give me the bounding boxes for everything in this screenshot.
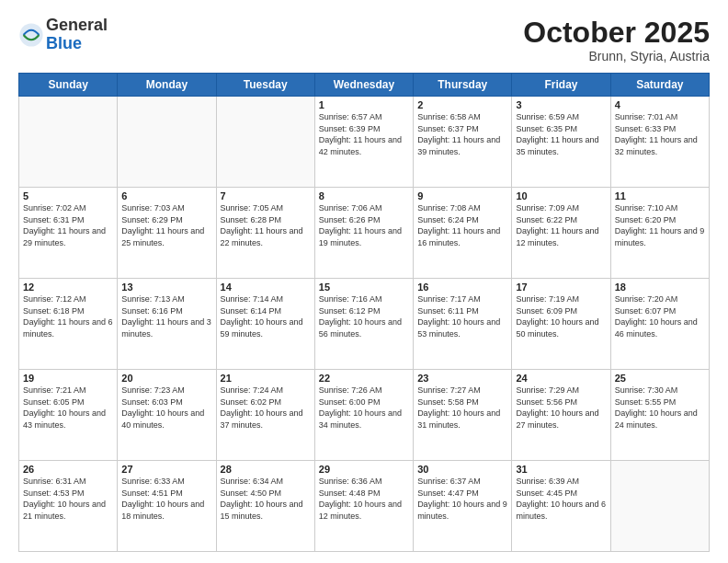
logo: General Blue bbox=[18, 17, 108, 53]
day-number: 22 bbox=[319, 373, 409, 384]
day-number: 16 bbox=[417, 282, 507, 293]
day-number: 31 bbox=[516, 464, 606, 475]
day-number: 7 bbox=[221, 190, 311, 201]
day-info: Sunrise: 7:06 AM Sunset: 6:26 PM Dayligh… bbox=[319, 202, 409, 248]
col-saturday: Saturday bbox=[610, 74, 709, 97]
calendar-week-1: 5Sunrise: 7:02 AM Sunset: 6:31 PM Daylig… bbox=[19, 188, 710, 279]
calendar-cell: 29Sunrise: 6:36 AM Sunset: 4:48 PM Dayli… bbox=[314, 461, 413, 552]
calendar-header-row: Sunday Monday Tuesday Wednesday Thursday… bbox=[19, 74, 710, 97]
logo-general: General bbox=[46, 16, 108, 34]
calendar-cell: 17Sunrise: 7:19 AM Sunset: 6:09 PM Dayli… bbox=[512, 279, 610, 370]
calendar-cell: 23Sunrise: 7:27 AM Sunset: 5:58 PM Dayli… bbox=[414, 370, 512, 461]
day-number: 9 bbox=[417, 190, 507, 201]
calendar-cell bbox=[610, 461, 709, 552]
day-number: 8 bbox=[319, 190, 409, 201]
day-info: Sunrise: 6:31 AM Sunset: 4:53 PM Dayligh… bbox=[23, 476, 113, 522]
logo-text: General Blue bbox=[46, 17, 108, 53]
day-number: 12 bbox=[23, 282, 113, 293]
calendar-cell: 1Sunrise: 6:57 AM Sunset: 6:39 PM Daylig… bbox=[314, 97, 413, 188]
col-monday: Monday bbox=[118, 74, 216, 97]
header: General Blue October 2025 Brunn, Styria,… bbox=[18, 17, 710, 63]
day-info: Sunrise: 7:03 AM Sunset: 6:29 PM Dayligh… bbox=[121, 202, 211, 248]
calendar-cell: 4Sunrise: 7:01 AM Sunset: 6:33 PM Daylig… bbox=[610, 97, 709, 188]
svg-point-0 bbox=[19, 23, 42, 46]
day-info: Sunrise: 6:58 AM Sunset: 6:37 PM Dayligh… bbox=[417, 111, 507, 157]
calendar-cell: 21Sunrise: 7:24 AM Sunset: 6:02 PM Dayli… bbox=[216, 370, 314, 461]
day-info: Sunrise: 6:33 AM Sunset: 4:51 PM Dayligh… bbox=[121, 476, 211, 522]
day-info: Sunrise: 6:36 AM Sunset: 4:48 PM Dayligh… bbox=[319, 476, 409, 522]
col-thursday: Thursday bbox=[414, 74, 512, 97]
calendar-cell: 31Sunrise: 6:39 AM Sunset: 4:45 PM Dayli… bbox=[512, 461, 610, 552]
calendar-cell: 27Sunrise: 6:33 AM Sunset: 4:51 PM Dayli… bbox=[118, 461, 216, 552]
calendar-cell: 28Sunrise: 6:34 AM Sunset: 4:50 PM Dayli… bbox=[216, 461, 314, 552]
calendar-week-2: 12Sunrise: 7:12 AM Sunset: 6:18 PM Dayli… bbox=[19, 279, 710, 370]
calendar-cell: 2Sunrise: 6:58 AM Sunset: 6:37 PM Daylig… bbox=[414, 97, 512, 188]
day-number: 3 bbox=[516, 99, 606, 110]
logo-icon bbox=[18, 22, 44, 48]
day-number: 1 bbox=[319, 99, 409, 110]
day-info: Sunrise: 7:02 AM Sunset: 6:31 PM Dayligh… bbox=[23, 202, 113, 248]
calendar-cell: 25Sunrise: 7:30 AM Sunset: 5:55 PM Dayli… bbox=[610, 370, 709, 461]
day-number: 19 bbox=[23, 373, 113, 384]
day-info: Sunrise: 7:24 AM Sunset: 6:02 PM Dayligh… bbox=[221, 385, 311, 431]
day-info: Sunrise: 7:12 AM Sunset: 6:18 PM Dayligh… bbox=[23, 293, 113, 339]
calendar-week-4: 26Sunrise: 6:31 AM Sunset: 4:53 PM Dayli… bbox=[19, 461, 710, 552]
day-info: Sunrise: 7:17 AM Sunset: 6:11 PM Dayligh… bbox=[417, 293, 507, 339]
calendar-cell bbox=[118, 97, 216, 188]
day-number: 28 bbox=[221, 464, 311, 475]
calendar-cell: 22Sunrise: 7:26 AM Sunset: 6:00 PM Dayli… bbox=[314, 370, 413, 461]
calendar-cell: 24Sunrise: 7:29 AM Sunset: 5:56 PM Dayli… bbox=[512, 370, 610, 461]
day-info: Sunrise: 7:14 AM Sunset: 6:14 PM Dayligh… bbox=[221, 293, 311, 339]
day-number: 4 bbox=[615, 99, 705, 110]
day-number: 2 bbox=[417, 99, 507, 110]
col-wednesday: Wednesday bbox=[314, 74, 413, 97]
calendar-cell: 15Sunrise: 7:16 AM Sunset: 6:12 PM Dayli… bbox=[314, 279, 413, 370]
day-number: 25 bbox=[615, 373, 705, 384]
day-number: 29 bbox=[319, 464, 409, 475]
day-info: Sunrise: 7:21 AM Sunset: 6:05 PM Dayligh… bbox=[23, 385, 113, 431]
day-number: 10 bbox=[516, 190, 606, 201]
day-number: 30 bbox=[417, 464, 507, 475]
day-info: Sunrise: 6:57 AM Sunset: 6:39 PM Dayligh… bbox=[319, 111, 409, 157]
logo-blue: Blue bbox=[46, 34, 82, 52]
day-info: Sunrise: 6:59 AM Sunset: 6:35 PM Dayligh… bbox=[516, 111, 606, 157]
day-number: 13 bbox=[121, 282, 211, 293]
day-number: 15 bbox=[319, 282, 409, 293]
day-number: 24 bbox=[516, 373, 606, 384]
day-number: 5 bbox=[23, 190, 113, 201]
day-info: Sunrise: 7:19 AM Sunset: 6:09 PM Dayligh… bbox=[516, 293, 606, 339]
location: Brunn, Styria, Austria bbox=[523, 49, 710, 63]
calendar-cell: 11Sunrise: 7:10 AM Sunset: 6:20 PM Dayli… bbox=[610, 188, 709, 279]
day-info: Sunrise: 6:34 AM Sunset: 4:50 PM Dayligh… bbox=[221, 476, 311, 522]
calendar-week-3: 19Sunrise: 7:21 AM Sunset: 6:05 PM Dayli… bbox=[19, 370, 710, 461]
day-info: Sunrise: 7:26 AM Sunset: 6:00 PM Dayligh… bbox=[319, 385, 409, 431]
calendar-cell bbox=[216, 97, 314, 188]
day-number: 26 bbox=[23, 464, 113, 475]
day-number: 17 bbox=[516, 282, 606, 293]
day-info: Sunrise: 7:20 AM Sunset: 6:07 PM Dayligh… bbox=[615, 293, 705, 339]
day-info: Sunrise: 7:16 AM Sunset: 6:12 PM Dayligh… bbox=[319, 293, 409, 339]
calendar-cell: 13Sunrise: 7:13 AM Sunset: 6:16 PM Dayli… bbox=[118, 279, 216, 370]
page: General Blue October 2025 Brunn, Styria,… bbox=[0, 0, 728, 563]
day-info: Sunrise: 7:23 AM Sunset: 6:03 PM Dayligh… bbox=[121, 385, 211, 431]
day-info: Sunrise: 7:30 AM Sunset: 5:55 PM Dayligh… bbox=[615, 385, 705, 431]
calendar-cell: 7Sunrise: 7:05 AM Sunset: 6:28 PM Daylig… bbox=[216, 188, 314, 279]
day-info: Sunrise: 7:08 AM Sunset: 6:24 PM Dayligh… bbox=[417, 202, 507, 248]
calendar-cell: 3Sunrise: 6:59 AM Sunset: 6:35 PM Daylig… bbox=[512, 97, 610, 188]
calendar-table: Sunday Monday Tuesday Wednesday Thursday… bbox=[18, 73, 710, 552]
col-friday: Friday bbox=[512, 74, 610, 97]
calendar-cell: 8Sunrise: 7:06 AM Sunset: 6:26 PM Daylig… bbox=[314, 188, 413, 279]
calendar-cell: 12Sunrise: 7:12 AM Sunset: 6:18 PM Dayli… bbox=[19, 279, 118, 370]
day-info: Sunrise: 7:09 AM Sunset: 6:22 PM Dayligh… bbox=[516, 202, 606, 248]
calendar-cell: 16Sunrise: 7:17 AM Sunset: 6:11 PM Dayli… bbox=[414, 279, 512, 370]
day-number: 18 bbox=[615, 282, 705, 293]
calendar-cell: 6Sunrise: 7:03 AM Sunset: 6:29 PM Daylig… bbox=[118, 188, 216, 279]
day-number: 27 bbox=[121, 464, 211, 475]
day-info: Sunrise: 7:05 AM Sunset: 6:28 PM Dayligh… bbox=[221, 202, 311, 248]
col-sunday: Sunday bbox=[19, 74, 118, 97]
day-info: Sunrise: 7:10 AM Sunset: 6:20 PM Dayligh… bbox=[615, 202, 705, 248]
col-tuesday: Tuesday bbox=[216, 74, 314, 97]
calendar-cell: 9Sunrise: 7:08 AM Sunset: 6:24 PM Daylig… bbox=[414, 188, 512, 279]
calendar-cell: 5Sunrise: 7:02 AM Sunset: 6:31 PM Daylig… bbox=[19, 188, 118, 279]
day-info: Sunrise: 6:37 AM Sunset: 4:47 PM Dayligh… bbox=[417, 476, 507, 522]
